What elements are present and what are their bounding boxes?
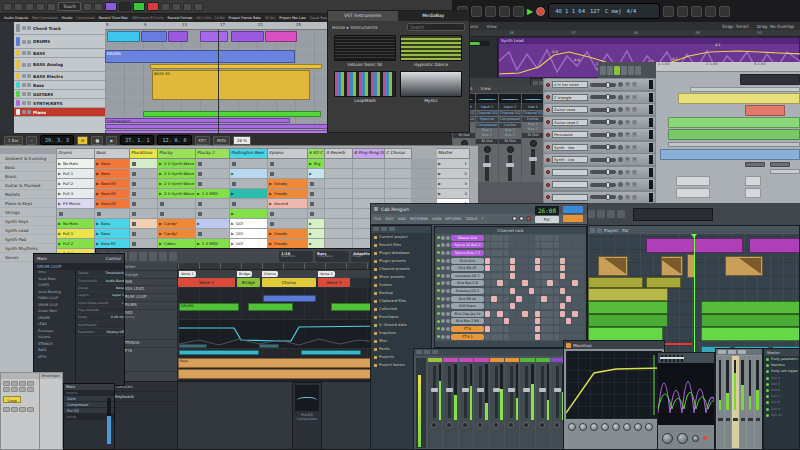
split-tool-icon[interactable] <box>139 252 147 261</box>
media-item[interactable] <box>678 93 800 104</box>
volume-knob[interactable] <box>446 251 450 255</box>
pan-knob[interactable] <box>477 422 483 428</box>
device-button[interactable] <box>27 387 34 392</box>
tool-icon[interactable] <box>600 66 606 75</box>
record-arm-button[interactable] <box>546 83 550 87</box>
mute-solo-buttons[interactable] <box>22 83 31 87</box>
volume-fader[interactable] <box>590 108 616 112</box>
pan-knob[interactable] <box>441 259 445 263</box>
grid-icon[interactable] <box>94 3 103 11</box>
clip-slot[interactable] <box>308 179 325 189</box>
knob[interactable] <box>579 423 587 431</box>
pan-knob[interactable] <box>618 95 623 100</box>
mute-button[interactable]: M <box>625 120 630 125</box>
fader-cap[interactable] <box>733 418 738 421</box>
menu-item[interactable]: FILE <box>374 214 381 224</box>
loop-button[interactable]: Loop <box>3 396 21 403</box>
clip-slot[interactable]: 2 4-Synth-Wave+ <box>158 179 196 189</box>
track-name[interactable] <box>552 181 588 188</box>
clip-slot[interactable] <box>196 209 230 219</box>
clip-slot[interactable]: Full 1 <box>57 229 95 239</box>
track-header[interactable]: GUITARS <box>14 90 105 99</box>
mixer-track[interactable] <box>505 358 519 448</box>
toolbar-dropdown[interactable]: 1/16Quantize <box>279 251 313 262</box>
track-control[interactable]: Percussion M S <box>544 129 655 140</box>
arranger-section[interactable]: Chorus <box>262 278 316 287</box>
arrangement-clip[interactable] <box>231 31 264 42</box>
track-header[interactable]: DRUMS <box>14 35 105 49</box>
browser-folder[interactable]: Recent files <box>371 241 431 249</box>
arranger-section[interactable]: Bridge <box>237 278 260 287</box>
mixer-tool-icon[interactable] <box>416 350 422 354</box>
device-button[interactable] <box>11 387 18 392</box>
send-slot[interactable]: Bus 2 <box>522 127 544 132</box>
time-display[interactable]: 26:08 <box>535 206 559 215</box>
bend-tool-icon[interactable] <box>159 252 167 261</box>
arrangement-clip[interactable] <box>105 124 345 129</box>
menu-item[interactable]: TOOLS <box>465 214 477 224</box>
eq-thumbnail[interactable] <box>476 94 498 104</box>
reaper-arrange[interactable]: 1.1.002.1.003.1.00 <box>656 62 800 203</box>
playlist-clip[interactable] <box>701 301 800 314</box>
clip-slot[interactable] <box>196 169 230 179</box>
channel-enable-led[interactable] <box>437 297 440 300</box>
playlist-clip[interactable] <box>598 256 628 276</box>
clip-slot[interactable]: FX Movie <box>57 199 95 209</box>
clip-slot[interactable]: Steady <box>268 229 308 239</box>
mini-fader[interactable] <box>661 355 663 362</box>
search-input[interactable] <box>407 23 465 31</box>
pan-knob[interactable] <box>618 120 623 125</box>
media-item[interactable] <box>770 162 790 167</box>
mute-button[interactable]: M <box>625 157 630 162</box>
clip-slot[interactable] <box>353 159 385 169</box>
clip-slot[interactable] <box>385 169 412 179</box>
pan-knob[interactable] <box>441 243 445 247</box>
arrangement-clip[interactable] <box>168 31 188 42</box>
mixer-strip[interactable] <box>747 356 754 448</box>
device-button[interactable] <box>11 381 18 386</box>
listen-tool-icon[interactable] <box>169 252 177 261</box>
playlist-grid[interactable] <box>588 234 800 353</box>
pan-knob[interactable] <box>441 236 445 240</box>
mixer-tab[interactable] <box>738 350 746 354</box>
volume-knob[interactable] <box>446 327 450 331</box>
clip-slot[interactable]: Bass <box>95 159 130 169</box>
volume-fader[interactable] <box>590 133 616 137</box>
logic-ruler[interactable]: 4647484950 <box>452 30 800 37</box>
volume-knob[interactable] <box>446 281 450 285</box>
step-sequencer[interactable] <box>485 265 584 271</box>
browser-tab-icon[interactable] <box>381 227 387 231</box>
step-sequencer[interactable] <box>485 326 584 332</box>
browser-category[interactable]: Ambient & Evolving <box>0 154 56 163</box>
inspector-field[interactable]: Delay0.00 ms <box>76 314 125 321</box>
clip-slot[interactable]: 2 4-Synth-Wave+ <box>158 169 196 179</box>
automation-value[interactable]: -4.1 <box>671 57 678 61</box>
track-title[interactable]: Bass <box>95 148 130 159</box>
solo-button[interactable]: S <box>632 182 637 187</box>
arranger-section[interactable]: Verse 2 <box>318 278 350 287</box>
output-slot[interactable]: St Out <box>499 139 521 144</box>
knob[interactable] <box>623 423 631 431</box>
mini-fader[interactable] <box>681 355 683 362</box>
clip-slot[interactable] <box>130 169 158 179</box>
clip-slot[interactable] <box>308 219 325 229</box>
channel-enable-led[interactable] <box>437 327 440 330</box>
clip-slot[interactable] <box>385 189 412 199</box>
pan-knob[interactable] <box>507 146 514 153</box>
mixer-strip[interactable] <box>732 356 739 448</box>
track-title[interactable]: PluckGroo <box>130 148 158 159</box>
effect-slot[interactable]: Slot 10 <box>764 412 799 418</box>
channel-enable-led[interactable] <box>437 289 440 292</box>
view-menu[interactable]: View <box>487 24 497 29</box>
tab-control[interactable]: Control <box>106 254 121 263</box>
mute-solo-buttons[interactable] <box>22 26 31 30</box>
menu-item[interactable]: OPTIONS <box>445 214 461 224</box>
track-control[interactable]: Guitar Lead 2 M S <box>544 117 655 128</box>
knob[interactable] <box>568 423 576 431</box>
clip-slot[interactable] <box>230 189 268 199</box>
small-knob[interactable] <box>692 435 699 442</box>
clip-slot[interactable] <box>230 209 268 219</box>
channel-button[interactable]: Overdose DS 1 <box>451 273 484 279</box>
cycle-icon[interactable] <box>663 6 674 17</box>
compression-curve-display[interactable] <box>566 351 662 419</box>
